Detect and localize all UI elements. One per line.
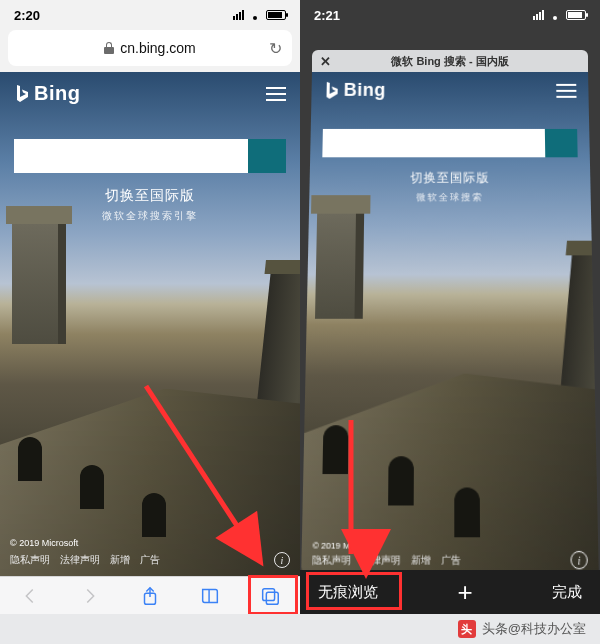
bing-page: Bing 切换至国际版 微软全球搜索引擎 © 2019 Microsoft 隐私… xyxy=(0,72,300,576)
new-tab-button[interactable]: + xyxy=(457,579,472,605)
status-bar: 2:20 xyxy=(0,0,300,30)
watermark: 头 头条@科技办公室 xyxy=(0,614,600,644)
bing-logo: Bing xyxy=(323,80,385,101)
hamburger-icon[interactable] xyxy=(266,87,286,101)
status-time: 2:21 xyxy=(314,8,340,23)
tab-title-text: 微软 Bing 搜索 - 国内版 xyxy=(391,54,508,69)
done-button[interactable]: 完成 xyxy=(552,583,582,602)
footer-privacy: 隐私声明 xyxy=(312,553,351,568)
footer-legal[interactable]: 法律声明 xyxy=(60,553,100,567)
cellular-icon xyxy=(533,10,544,20)
search-button xyxy=(545,129,578,157)
copyright-text: © 2019 Microsoft xyxy=(312,541,377,551)
bing-logo[interactable]: Bing xyxy=(14,82,80,105)
cellular-icon xyxy=(233,10,244,20)
footer-privacy[interactable]: 隐私声明 xyxy=(10,553,50,567)
forward-button[interactable] xyxy=(77,583,103,609)
info-icon: i xyxy=(570,551,588,569)
footer-ads[interactable]: 广告 xyxy=(140,553,160,567)
watermark-badge: 头 xyxy=(458,620,476,638)
search-bar xyxy=(14,139,286,173)
status-bar: 2:21 xyxy=(300,0,600,30)
left-phone: 2:20 cn.bing.com ↻ Bing xyxy=(0,0,300,614)
svg-rect-3 xyxy=(266,592,278,604)
private-browsing-button[interactable]: 无痕浏览 xyxy=(318,583,378,602)
tab-preview-card[interactable]: Bing 切换至国际版 微软全球搜索 © 2019 Microsoft 隐私声明… xyxy=(301,72,599,576)
bookmarks-button[interactable] xyxy=(197,583,223,609)
close-tab-button[interactable]: ✕ xyxy=(320,54,331,69)
bing-footer: 隐私声明 法律声明 新增 广告 i xyxy=(312,551,588,569)
lock-icon xyxy=(104,42,114,54)
bing-bg-image xyxy=(301,245,599,576)
switch-intl-link[interactable]: 切换至国际版 xyxy=(0,187,300,205)
address-text: cn.bing.com xyxy=(120,40,195,56)
refresh-icon[interactable]: ↻ xyxy=(269,39,282,58)
back-button[interactable] xyxy=(17,583,43,609)
copyright-text: © 2019 Microsoft xyxy=(10,538,78,548)
tabs-button[interactable] xyxy=(257,583,283,609)
footer-add[interactable]: 新增 xyxy=(110,553,130,567)
status-icons xyxy=(233,10,286,20)
footer-add: 新增 xyxy=(411,553,430,568)
tabs-toolbar: 无痕浏览 + 完成 xyxy=(300,570,600,614)
svg-rect-2 xyxy=(263,588,275,600)
status-time: 2:20 xyxy=(14,8,40,23)
hamburger-icon xyxy=(556,83,576,97)
search-input[interactable] xyxy=(14,139,248,173)
battery-icon xyxy=(566,10,586,20)
footer-legal: 法律声明 xyxy=(362,553,401,568)
search-button[interactable] xyxy=(248,139,286,173)
wifi-icon xyxy=(548,10,562,20)
tab-title-bar: ✕ 微软 Bing 搜索 - 国内版 xyxy=(312,50,588,72)
footer-ads: 广告 xyxy=(441,553,460,568)
share-button[interactable] xyxy=(137,583,163,609)
address-bar[interactable]: cn.bing.com ↻ xyxy=(8,30,292,66)
right-phone: 2:21 ✕ 微软 Bing 搜索 - 国内版 Bing xyxy=(300,0,600,614)
bing-footer: 隐私声明 法律声明 新增 广告 i xyxy=(10,552,290,568)
wifi-icon xyxy=(248,10,262,20)
battery-icon xyxy=(266,10,286,20)
status-icons xyxy=(533,10,586,20)
bing-bg-image xyxy=(0,264,300,576)
watermark-text: 头条@科技办公室 xyxy=(482,620,586,638)
search-input xyxy=(322,129,545,157)
info-icon[interactable]: i xyxy=(274,552,290,568)
switch-intl-link: 切换至国际版 xyxy=(310,170,591,187)
search-bar xyxy=(322,129,577,157)
safari-toolbar xyxy=(0,576,300,614)
